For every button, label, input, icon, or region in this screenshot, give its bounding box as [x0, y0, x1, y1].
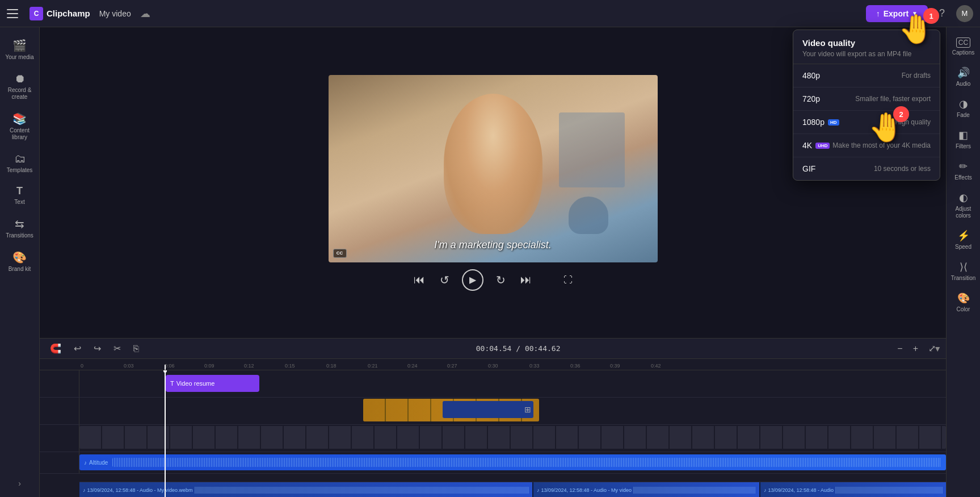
sidebar-item-transition[interactable]: ⟩⟨ Transition: [948, 256, 979, 286]
timeline-redo-button[interactable]: ↪: [90, 341, 104, 356]
quality-option-4k[interactable]: 4K UHD Make the most of your 4K media: [793, 134, 940, 157]
audio-icon: 🔊: [957, 66, 970, 79]
sidebar-item-transitions[interactable]: ⇆ Transitions: [3, 212, 37, 244]
audio-icon-3: ♪: [764, 487, 767, 493]
video-quality-dropdown: Video quality Your video will export as …: [793, 30, 940, 181]
timeline-undo-button[interactable]: ↩: [70, 341, 85, 356]
audio-label: Audio: [956, 81, 971, 87]
sidebar-item-fade[interactable]: ◑ Fade: [948, 93, 979, 123]
timeline-area: 🧲 ↩ ↪ ✂ ⎘ 00:04.54 / 00:44.62 − + ⤢ ▼ 0 …: [40, 338, 946, 497]
audio-segment-1[interactable]: ♪ 13/09/2024, 12:58:48 - Audio - My vide…: [79, 482, 533, 497]
audio-segment-3[interactable]: ♪ 13/09/2024, 12:58:48 - Audio: [760, 482, 946, 497]
sidebar-item-templates[interactable]: 🗂 Templates: [3, 148, 37, 178]
quality-gif-label: GIF: [802, 164, 815, 173]
quality-720p-desc: Smaller file, faster export: [855, 95, 931, 103]
filters-icon: ◧: [958, 129, 968, 141]
sidebar-item-audio[interactable]: 🔊 Audio: [948, 62, 979, 92]
play-pause-button[interactable]: ▶: [462, 269, 483, 291]
effects-icon: ✏: [959, 160, 968, 173]
audio-bottom-track-1: ♪ 13/09/2024, 12:58:48 - Audio - My vide…: [79, 482, 946, 497]
record-icon: ⏺: [14, 72, 26, 85]
sidebar-item-filters[interactable]: ◧ Filters: [948, 124, 979, 154]
timeline-time-display: 00:04.54 / 00:44.62: [148, 344, 888, 353]
audio-label-1: 13/09/2024, 12:58:48 - Audio - My video.…: [87, 487, 193, 493]
your-media-label: Your media: [5, 54, 33, 61]
music-note-icon: ♪: [84, 460, 87, 466]
sidebar-item-speed[interactable]: ⚡ Speed: [948, 225, 979, 255]
quality-gif-desc: 10 seconds or less: [874, 165, 931, 173]
help-button[interactable]: ?: [939, 7, 945, 19]
export-dropdown-arrow: ▼: [912, 10, 918, 16]
skip-back-button[interactable]: ⏮: [411, 271, 427, 289]
timeline-magnet-button[interactable]: 🧲: [47, 341, 65, 356]
quality-option-gif[interactable]: GIF 10 seconds or less: [793, 157, 940, 180]
sidebar-item-content-library[interactable]: 📚 Content library: [3, 107, 37, 145]
quality-720p-label: 720p: [802, 94, 820, 103]
text-icon: T: [16, 185, 23, 197]
quality-480p-desc: For drafts: [902, 72, 931, 80]
sidebar-item-brand-kit[interactable]: 🎨 Brand kit: [3, 246, 37, 277]
speed-icon: ⚡: [957, 229, 970, 242]
sidebar-item-text[interactable]: T Text: [3, 181, 37, 210]
sidebar-item-your-media[interactable]: 🎬 Your media: [3, 34, 37, 65]
sidebar-item-color[interactable]: 🎨 Color: [948, 287, 979, 318]
project-title[interactable]: My video: [99, 9, 131, 18]
quality-480p-label: 480p: [802, 71, 820, 80]
track-row-music: ♪ Altitude: [40, 452, 946, 474]
quality-option-720p[interactable]: 720p Smaller file, faster export: [793, 87, 940, 111]
export-button[interactable]: ↑ Export ▼: [866, 5, 928, 22]
music-track-label: Altitude: [89, 460, 108, 466]
timeline-collapse-button[interactable]: ▼: [929, 339, 946, 359]
transition-label: Transition: [951, 275, 976, 282]
cloud-save-icon: ☁: [140, 7, 150, 20]
app-logo-icon: C: [30, 7, 43, 20]
transitions-label: Transitions: [6, 232, 33, 239]
brand-kit-icon: 🎨: [12, 250, 27, 264]
export-label: Export: [884, 9, 909, 18]
video-resume-clip[interactable]: T Video resume: [166, 375, 259, 392]
quality-option-480p[interactable]: 480p For drafts: [793, 64, 940, 87]
track-row-broll: ⊞: [40, 398, 946, 425]
quality-option-1080p[interactable]: 1080p HD High quality: [793, 111, 940, 134]
track-row-video-clip: T Video resume: [40, 370, 946, 398]
hamburger-menu-button[interactable]: [7, 6, 23, 22]
audio-segment-2[interactable]: ♪ 13/09/2024, 12:58:48 - Audio - My vide…: [533, 482, 760, 497]
captions-toggle[interactable]: CC: [333, 249, 347, 258]
sidebar-item-captions[interactable]: CC Captions: [948, 33, 979, 61]
sidebar-item-adjust-colors[interactable]: ◐ Adjust colors: [948, 187, 979, 224]
timeline-copy-button[interactable]: ⎘: [130, 341, 142, 356]
quality-4k-desc: Make the most of your 4K media: [832, 141, 931, 149]
music-altitude-track[interactable]: ♪ Altitude: [79, 454, 946, 470]
track-row-main-video: [40, 425, 946, 452]
templates-icon: 🗂: [14, 152, 26, 165]
brand-kit-label: Brand kit: [9, 266, 31, 273]
uhd-badge: UHD: [815, 143, 830, 149]
timeline-cut-button[interactable]: ✂: [110, 341, 124, 356]
adjust-colors-icon: ◐: [959, 191, 968, 204]
video-subtitle: I'm a marketing specialist.: [329, 239, 658, 251]
zoom-in-button[interactable]: +: [910, 341, 922, 356]
transition-icon: ⟩⟨: [960, 261, 968, 273]
captions-icon: CC: [956, 37, 970, 48]
fade-icon: ◑: [959, 98, 968, 110]
fullscreen-button[interactable]: ⛶: [561, 273, 575, 287]
forward-button[interactable]: ↻: [494, 271, 508, 289]
left-sidebar: 🎬 Your media ⏺ Record & create 📚 Content…: [0, 27, 40, 497]
quality-4k-label: 4K UHD: [802, 141, 830, 150]
main-video-strip[interactable]: [79, 426, 946, 449]
zoom-out-button[interactable]: −: [894, 341, 906, 356]
user-avatar[interactable]: M: [956, 5, 973, 22]
speed-label: Speed: [955, 244, 971, 250]
your-media-icon: 🎬: [12, 39, 27, 52]
broll-clip-2[interactable]: ⊞: [443, 401, 533, 418]
transitions-icon: ⇆: [15, 217, 24, 231]
sidebar-item-record-create[interactable]: ⏺ Record & create: [3, 68, 37, 105]
rewind-button[interactable]: ↺: [438, 271, 452, 289]
app-name: Clipchamp: [47, 9, 90, 18]
export-icon: ↑: [876, 9, 880, 18]
sidebar-expand-button[interactable]: ›: [18, 479, 21, 488]
quality-subtitle: Your video will export as an MP4 file: [802, 50, 931, 58]
sidebar-item-effects[interactable]: ✏ Effects: [948, 156, 979, 186]
hd-badge: HD: [828, 119, 839, 126]
skip-forward-button[interactable]: ⏭: [518, 271, 534, 289]
